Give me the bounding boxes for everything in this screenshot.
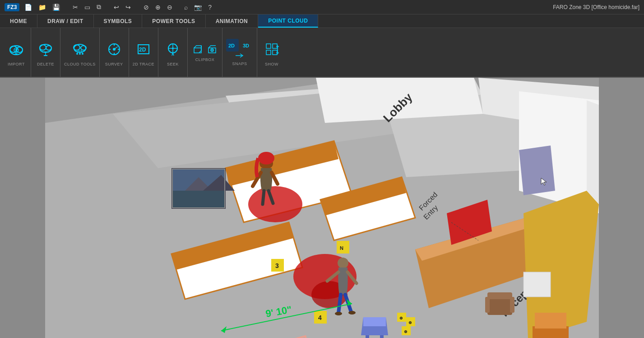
2dtrace-label: 2D TRACE [133, 62, 154, 66]
rect-icon[interactable]: ▭ [83, 3, 92, 12]
svg-rect-98 [487, 297, 512, 315]
toolbar-group-import: $ IMPORT [2, 28, 31, 77]
import-btn[interactable]: $ [5, 38, 27, 60]
svg-point-13 [82, 53, 83, 55]
clipbox-row [191, 43, 218, 56]
camera-icon[interactable]: 📷 [193, 3, 203, 12]
zoom-icon[interactable]: ⌕ [183, 3, 189, 12]
scissors-icon[interactable]: ✂ [71, 3, 79, 12]
svg-rect-54 [172, 191, 225, 208]
tab-point-cloud[interactable]: POINT CLOUD [258, 14, 318, 28]
svg-text:3: 3 [275, 262, 279, 269]
svg-rect-66 [380, 335, 384, 338]
scene-viewport-svg: 3 N 4 S$ ⊕ ⊕ ⊕ [0, 78, 644, 338]
snaps-row2 [233, 52, 246, 60]
snaps-row: 2D 3D [226, 39, 253, 52]
title-bar-left: FZ3 📄 📁 💾 ✂ ▭ ⧉ ↩ ↪ ⊘ ⊕ ⊖ ⌕ 📷 ? [5, 2, 213, 12]
tab-animation[interactable]: ANIMATION [206, 14, 259, 28]
svg-point-62 [348, 311, 356, 315]
minus-circle-icon[interactable]: ⊖ [166, 3, 174, 12]
viewport[interactable]: 3 N 4 S$ ⊕ ⊕ ⊕ [0, 78, 644, 338]
undo-icon[interactable]: ↩ [112, 3, 120, 12]
delete-btn[interactable] [35, 38, 56, 60]
clipbox-btn2[interactable] [206, 43, 218, 56]
svg-text:3D: 3D [243, 43, 249, 48]
survey-btn[interactable] [103, 38, 125, 60]
menu-bar: HOME DRAW / EDIT SYMBOLS POWER TOOLS ANI… [0, 14, 644, 28]
toolbar-group-survey: SURVEY [100, 28, 129, 77]
svg-marker-41 [519, 146, 555, 195]
svg-text:N: N [340, 245, 343, 251]
fz3-badge: FZ3 [5, 3, 19, 11]
import-label: IMPORT [8, 62, 25, 66]
seek-label: SEEK [167, 62, 179, 66]
svg-point-59 [258, 152, 274, 164]
delete-label: DELETE [37, 62, 54, 66]
svg-point-6 [40, 45, 46, 50]
svg-point-19 [172, 47, 174, 49]
toolbar: $ IMPORT DELETE [0, 28, 644, 78]
svg-point-11 [76, 53, 78, 55]
survey-label: SURVEY [105, 62, 123, 66]
svg-rect-28 [273, 50, 277, 55]
title-bar-title: FARO Zone 3D [Office homicide.far] [553, 4, 639, 10]
toolbar-group-seek: SEEK [158, 28, 188, 77]
clipbox-btn1[interactable] [191, 43, 204, 56]
svg-point-12 [79, 53, 81, 55]
svg-rect-65 [366, 335, 369, 338]
svg-rect-25 [266, 44, 271, 48]
svg-point-60 [338, 258, 348, 268]
new-icon[interactable]: 📄 [23, 3, 33, 12]
svg-text:⊕: ⊕ [404, 329, 408, 334]
svg-text:$: $ [15, 49, 17, 52]
cursor [539, 177, 545, 183]
svg-point-49 [248, 186, 302, 222]
save-icon[interactable]: 💾 [51, 3, 61, 12]
svg-point-7 [46, 46, 51, 50]
2dtrace-btn[interactable]: 2D [133, 38, 154, 60]
toolbar-group-2dtrace: 2D 2D TRACE [129, 28, 158, 77]
svg-rect-102 [524, 272, 551, 297]
svg-rect-99 [487, 292, 512, 299]
tab-symbols[interactable]: SYMBOLS [94, 14, 143, 28]
layers-icon[interactable]: ⧉ [95, 2, 102, 12]
svg-text:2D: 2D [139, 47, 146, 53]
tab-draw-edit[interactable]: DRAW / EDIT [37, 14, 94, 28]
svg-rect-104 [535, 313, 566, 329]
svg-rect-26 [273, 44, 277, 48]
show-btn[interactable] [261, 38, 283, 60]
title-bar: FZ3 📄 📁 💾 ✂ ▭ ⧉ ↩ ↪ ⊘ ⊕ ⊖ ⌕ 📷 ? FARO Zon… [0, 0, 644, 14]
tab-home[interactable]: HOME [0, 14, 37, 28]
show-label: SHOW [265, 62, 278, 66]
cloud-tools-btn[interactable] [69, 38, 91, 60]
seek-btn[interactable] [162, 38, 184, 60]
snaps-label: SNAPS [232, 61, 247, 66]
svg-point-61 [335, 312, 342, 315]
open-icon[interactable]: 📁 [37, 3, 47, 12]
svg-rect-27 [266, 50, 271, 55]
cancel-circle-icon[interactable]: ⊘ [142, 3, 150, 12]
svg-text:⊕: ⊕ [399, 316, 403, 320]
svg-text:2D: 2D [228, 43, 235, 48]
help-icon[interactable]: ? [207, 3, 213, 12]
snap-2d-btn[interactable]: 2D [226, 39, 239, 52]
svg-text:4: 4 [318, 314, 322, 321]
svg-marker-40 [587, 100, 599, 204]
svg-marker-64 [363, 317, 386, 326]
snap-arrow-btn[interactable] [233, 52, 246, 60]
svg-rect-100 [485, 297, 490, 313]
toolbar-group-clipbox: CLIPBOX [188, 28, 222, 77]
tab-power-tools[interactable]: POWER TOOLS [142, 14, 205, 28]
clipbox-label: CLIPBOX [195, 57, 215, 62]
toolbar-group-delete: DELETE [31, 28, 60, 77]
plus-circle-icon[interactable]: ⊕ [154, 3, 162, 12]
svg-text:⊕: ⊕ [408, 320, 412, 325]
toolbar-group-cloud-tools: CLOUD TOOLS [60, 28, 100, 77]
cloud-tools-label: CLOUD TOOLS [64, 62, 96, 66]
svg-rect-101 [510, 297, 514, 313]
toolbar-group-snaps: 2D 3D SNAPS [222, 28, 257, 77]
snap-3d-btn[interactable]: 3D [241, 39, 253, 52]
toolbar-group-show: SHOW [257, 28, 286, 77]
redo-icon[interactable]: ↪ [124, 3, 132, 12]
